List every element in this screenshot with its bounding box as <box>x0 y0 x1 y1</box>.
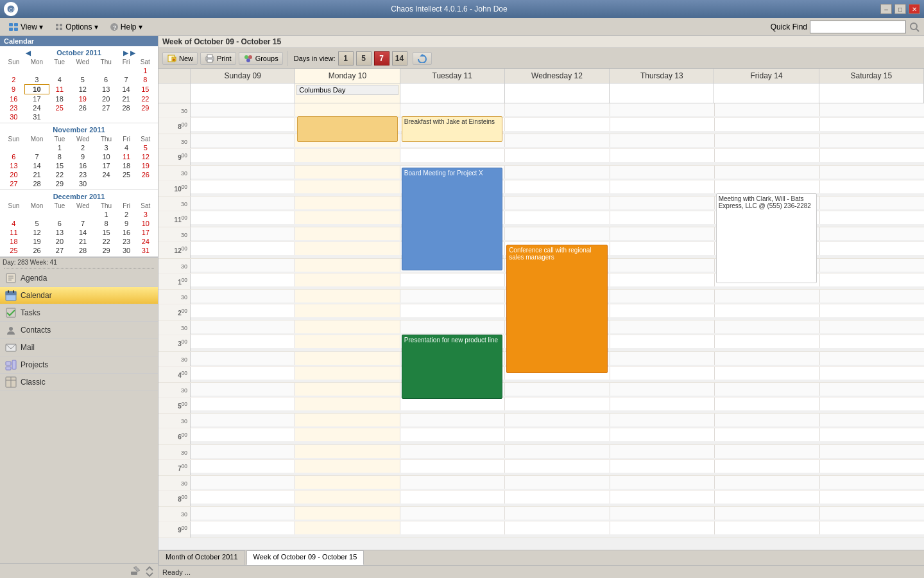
time-cell-saturday-row2[interactable] <box>820 134 924 147</box>
time-cell-sunday-row16[interactable] <box>191 352 295 365</box>
calendar-day[interactable]: 30 <box>71 179 96 188</box>
time-cell-monday-row21[interactable] <box>295 428 400 441</box>
time-cell-saturday-row6[interactable] <box>820 197 924 209</box>
time-cell-saturday-row21[interactable] <box>820 428 924 441</box>
calendar-day[interactable]: 14 <box>117 85 135 94</box>
calendar-day[interactable]: 9 <box>3 85 25 94</box>
calendar-day[interactable]: 5 <box>136 143 155 152</box>
time-cell-friday-row16[interactable] <box>715 352 819 365</box>
time-cell-tuesday-row23[interactable] <box>400 460 505 473</box>
calendar-day[interactable]: 29 <box>49 179 70 188</box>
time-cell-friday-row12[interactable] <box>715 290 819 302</box>
options-menu-item[interactable]: Options ▾ <box>50 21 103 33</box>
calendar-day[interactable]: 31 <box>25 112 49 121</box>
time-cell-saturday-row16[interactable] <box>820 352 924 365</box>
time-cell-wednesday-row27[interactable] <box>505 521 610 534</box>
time-cell-monday-row26[interactable] <box>295 507 400 520</box>
time-cell-friday-row3[interactable] <box>715 149 819 162</box>
calendar-day[interactable]: 24 <box>96 170 117 179</box>
time-cell-sunday-row8[interactable] <box>191 227 295 240</box>
calendar-day[interactable]: 19 <box>25 237 49 246</box>
calendar-day[interactable]: 28 <box>25 179 49 188</box>
time-cell-monday-row7[interactable] <box>295 211 400 224</box>
calendar-day[interactable]: 12 <box>136 152 155 161</box>
time-cell-saturday-row1[interactable] <box>820 118 924 131</box>
time-cell-saturday-row22[interactable] <box>820 445 924 458</box>
calendar-day[interactable]: 27 <box>49 246 70 255</box>
time-cell-thursday-row17[interactable] <box>610 367 715 380</box>
event-4[interactable]: Meeting with Clark, Will - Bats Express,… <box>716 193 817 283</box>
time-cell-monday-row15[interactable] <box>295 335 400 348</box>
calendar-day[interactable]: 5 <box>70 75 95 85</box>
time-cell-wednesday-row2[interactable] <box>505 134 610 147</box>
calendar-day[interactable]: 7 <box>25 152 49 161</box>
calendar-day[interactable]: 25 <box>117 170 135 179</box>
time-cell-saturday-row5[interactable] <box>820 180 924 193</box>
day-btn-7[interactable]: 7 <box>374 51 389 66</box>
time-cell-sunday-row1[interactable] <box>191 118 295 131</box>
calendar-day[interactable]: 7 <box>117 75 135 85</box>
time-cell-thursday-row1[interactable] <box>610 118 715 131</box>
day-btn-14[interactable]: 14 <box>392 51 407 66</box>
sidebar-item-calendar[interactable]: Calendar <box>0 287 158 304</box>
time-cell-wednesday-row22[interactable] <box>505 445 610 458</box>
calendar-day[interactable]: 29 <box>96 246 117 255</box>
print-button[interactable]: Print <box>200 52 236 65</box>
time-cell-thursday-row23[interactable] <box>610 460 715 473</box>
time-cell-monday-row25[interactable] <box>295 491 400 504</box>
calendar-day[interactable]: 11 <box>49 85 70 94</box>
calendar-day[interactable]: 27 <box>3 179 25 188</box>
time-cell-friday-row1[interactable] <box>715 118 819 131</box>
time-cell-monday-row3[interactable] <box>295 149 400 162</box>
calendar-day[interactable]: 22 <box>96 237 117 246</box>
time-cell-monday-row13[interactable] <box>295 304 400 317</box>
calendar-day[interactable]: 30 <box>117 246 135 255</box>
sidebar-item-projects[interactable]: Projects <box>0 356 158 374</box>
time-cell-monday-row5[interactable] <box>295 180 400 193</box>
time-cell-thursday-row22[interactable] <box>610 445 715 458</box>
time-cell-monday-row16[interactable] <box>295 352 400 365</box>
time-cell-thursday-row7[interactable] <box>610 211 715 224</box>
time-cell-sunday-row23[interactable] <box>191 460 295 473</box>
time-cell-friday-row5[interactable] <box>715 180 819 193</box>
calendar-day[interactable]: 16 <box>117 228 135 237</box>
calendar-day[interactable]: 23 <box>3 103 25 112</box>
time-cell-tuesday-row13[interactable] <box>400 304 505 317</box>
time-cell-friday-row13[interactable] <box>715 304 819 317</box>
time-cell-friday-row15[interactable] <box>715 335 819 348</box>
time-cell-sunday-row26[interactable] <box>191 507 295 520</box>
time-cell-wednesday-row8[interactable] <box>505 227 610 240</box>
time-cell-saturday-row26[interactable] <box>820 507 924 520</box>
calendar-day[interactable]: 30 <box>3 112 25 121</box>
day-btn-5[interactable]: 5 <box>356 51 372 66</box>
sidebar-item-classic[interactable]: Classic <box>0 374 158 391</box>
time-cell-saturday-row15[interactable] <box>820 335 924 348</box>
time-cell-wednesday-row4[interactable] <box>505 166 610 179</box>
time-cell-saturday-row12[interactable] <box>820 290 924 302</box>
calendar-day[interactable]: 19 <box>136 161 155 170</box>
sidebar-item-mail[interactable]: Mail <box>0 339 158 356</box>
time-cell-thursday-row0[interactable] <box>610 103 715 116</box>
calendar-day[interactable]: 14 <box>71 228 96 237</box>
event-3[interactable]: Conference call with regional sales mana… <box>506 245 608 373</box>
calendar-day[interactable]: 24 <box>136 237 155 246</box>
time-cell-sunday-row25[interactable] <box>191 491 295 504</box>
groups-button[interactable]: Groups <box>239 52 283 65</box>
time-cell-tuesday-row25[interactable] <box>400 491 505 504</box>
new-button[interactable]: New <box>162 52 198 65</box>
time-cell-sunday-row18[interactable] <box>191 383 295 396</box>
calendar-day[interactable]: 1 <box>96 210 117 219</box>
calendar-day[interactable]: 11 <box>117 152 135 161</box>
time-cell-tuesday-row27[interactable] <box>400 521 505 534</box>
calendar-day[interactable]: 21 <box>71 237 96 246</box>
time-cell-sunday-row12[interactable] <box>191 290 295 302</box>
time-cell-tuesday-row11[interactable] <box>400 274 505 286</box>
time-cell-tuesday-row21[interactable] <box>400 428 505 441</box>
time-cell-sunday-row0[interactable] <box>191 103 295 116</box>
next-month-button[interactable]: ▶ ▶ <box>103 49 155 57</box>
time-cell-monday-row12[interactable] <box>295 290 400 302</box>
close-button[interactable]: ✕ <box>909 4 920 14</box>
time-cell-monday-row11[interactable] <box>295 274 400 286</box>
time-cell-saturday-row19[interactable] <box>820 398 924 410</box>
time-cell-wednesday-row25[interactable] <box>505 491 610 504</box>
